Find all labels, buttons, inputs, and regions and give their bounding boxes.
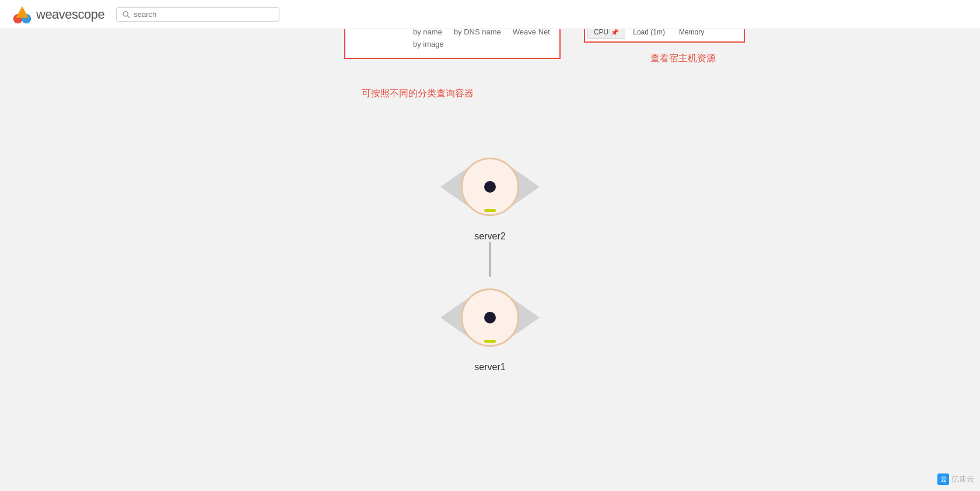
server2-graphic [443, 146, 537, 228]
load-label: Load (1m) [633, 28, 665, 36]
svg-line-4 [128, 16, 130, 18]
logo-weave: weave [36, 7, 72, 22]
pin-icon: 📌 [611, 29, 619, 36]
server2-node[interactable]: server2 [443, 146, 537, 242]
search-box[interactable] [116, 7, 279, 22]
nav-sub-by-image[interactable]: by image [413, 40, 444, 48]
watermark-text: 亿速云 [951, 474, 974, 485]
logo-scope: scope [72, 7, 104, 22]
server1-circle [461, 288, 519, 347]
server2-circle [461, 158, 519, 216]
server2-indicator [484, 209, 496, 212]
search-input[interactable] [134, 10, 273, 19]
server1-indicator [484, 340, 496, 343]
server1-label: server1 [474, 362, 505, 372]
server2-dot [484, 181, 496, 193]
logo-text: weavescope [36, 7, 104, 22]
memory-label: Memory [679, 28, 704, 36]
header: weavescope [0, 0, 980, 29]
watermark-icon: 云 [937, 473, 949, 485]
graph-area: server2 server1 [0, 146, 980, 372]
annotation-containers: 可按照不同的分类查询容器 [362, 88, 474, 100]
node-connector [489, 242, 491, 277]
search-icon [123, 11, 130, 19]
svg-marker-2 [16, 6, 29, 18]
cpu-label: CPU [594, 28, 608, 36]
server1-node[interactable]: server1 [443, 277, 537, 372]
server1-dot [484, 312, 496, 323]
server2-label: server2 [474, 231, 505, 242]
nav-sub-row2: by image [355, 40, 550, 48]
main-area: Processes Containers Hosts by name by DN… [0, 0, 980, 491]
logo-icon [12, 4, 33, 25]
svg-point-3 [124, 11, 128, 16]
server1-graphic [443, 277, 537, 358]
watermark: 云 亿速云 [937, 473, 974, 485]
annotation-resource: 查看宿主机资源 [650, 53, 716, 65]
logo[interactable]: weavescope [12, 4, 104, 25]
